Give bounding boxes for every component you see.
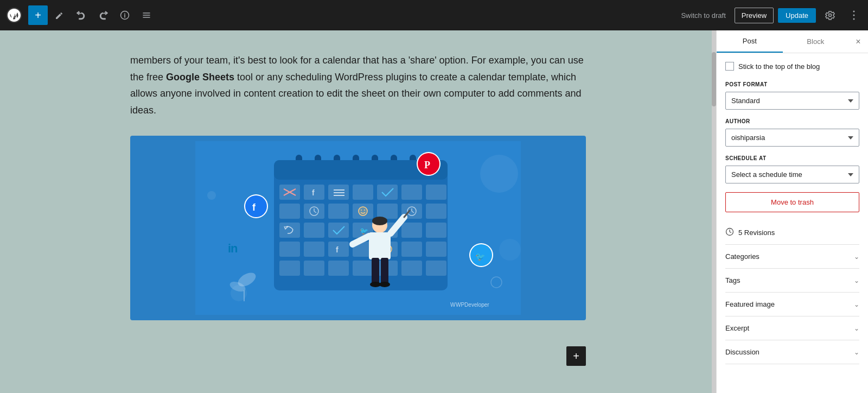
top-toolbar: + Switch to draft Preview Update — [0, 0, 868, 30]
author-select[interactable]: oishiparsia — [725, 129, 859, 147]
toolbar-right: Switch to draft Preview Update — [676, 5, 864, 25]
edit-mode-button[interactable] — [50, 5, 69, 25]
svg-rect-82 — [381, 258, 388, 285]
preview-button[interactable]: Preview — [735, 8, 774, 23]
svg-text:W: W — [450, 302, 456, 308]
svg-rect-68 — [279, 261, 300, 276]
svg-point-3 — [853, 15, 855, 16]
svg-point-10 — [491, 277, 502, 288]
svg-text:f: f — [336, 245, 339, 254]
excerpt-chevron-icon: ⌄ — [854, 325, 859, 332]
categories-chevron-icon: ⌄ — [854, 253, 859, 261]
stick-to-top-label: Stick to the top of the blog — [738, 62, 820, 71]
sidebar-close-button[interactable]: × — [848, 32, 868, 52]
svg-text:WPDeveloper: WPDeveloper — [456, 302, 489, 308]
svg-point-2 — [853, 11, 855, 12]
svg-rect-69 — [304, 261, 324, 276]
svg-rect-33 — [279, 204, 300, 219]
svg-rect-56 — [426, 223, 446, 238]
editor-scrollbar[interactable] — [712, 30, 716, 393]
undo-button[interactable] — [72, 5, 91, 25]
svg-point-7 — [499, 239, 521, 261]
categories-header[interactable]: Categories ⌄ — [725, 245, 859, 268]
svg-rect-50 — [304, 223, 324, 238]
svg-point-41 — [361, 210, 362, 211]
svg-rect-59 — [328, 242, 349, 257]
main-layout: members of your team, it's best to look … — [0, 30, 868, 393]
schedule-section: SCHEDULE AT Select a schedule time — [725, 155, 859, 192]
add-block-toolbar-button[interactable]: + — [28, 5, 48, 25]
svg-rect-58 — [304, 242, 324, 257]
svg-rect-71 — [353, 261, 373, 276]
post-paragraph: members of your team, it's best to look … — [130, 52, 586, 118]
sidebar-post-body: Stick to the top of the blog POST FORMAT… — [717, 53, 868, 393]
post-format-label: POST FORMAT — [725, 81, 859, 87]
info-button[interactable] — [115, 5, 135, 25]
svg-rect-48 — [426, 204, 446, 219]
featured-image-title: Featured image — [725, 300, 775, 308]
sidebar-tabs: Post Block × — [717, 30, 868, 53]
svg-point-6 — [480, 155, 518, 193]
svg-rect-57 — [279, 242, 300, 257]
tags-chevron-icon: ⌄ — [854, 277, 859, 284]
post-tab[interactable]: Post — [717, 30, 783, 53]
more-options-button[interactable] — [844, 5, 864, 25]
settings-button[interactable] — [820, 5, 840, 25]
svg-rect-43 — [377, 204, 398, 219]
editor-area[interactable]: members of your team, it's best to look … — [0, 30, 716, 393]
switch-to-draft-button[interactable]: Switch to draft — [676, 8, 730, 23]
discussion-header[interactable]: Discussion ⌄ — [725, 340, 859, 364]
post-format-select[interactable]: Standard Aside Image Video Quote Link — [725, 92, 859, 110]
svg-text:P: P — [424, 160, 430, 170]
discussion-section: Discussion ⌄ — [725, 340, 859, 364]
svg-rect-29 — [353, 185, 373, 200]
add-block-inline-button[interactable]: + — [566, 346, 586, 366]
discussion-chevron-icon: ⌄ — [854, 348, 859, 356]
categories-title: Categories — [725, 252, 760, 261]
revisions-count: 5 Revisions — [738, 229, 775, 237]
move-to-trash-button[interactable]: Move to trash — [725, 192, 859, 212]
stick-to-top-checkbox[interactable] — [725, 62, 734, 71]
revisions-icon — [725, 227, 734, 238]
svg-rect-77 — [369, 232, 391, 259]
schedule-at-label: SCHEDULE AT — [725, 155, 859, 161]
svg-rect-66 — [401, 242, 422, 257]
right-sidebar: Post Block × Stick to the top of the blo… — [716, 30, 868, 393]
excerpt-title: Excerpt — [725, 324, 749, 332]
tags-header[interactable]: Tags ⌄ — [725, 269, 859, 292]
redo-button[interactable] — [93, 5, 113, 25]
tags-title: Tags — [725, 276, 740, 284]
svg-point-40 — [359, 207, 367, 215]
tags-section: Tags ⌄ — [725, 269, 859, 293]
revisions-row[interactable]: 5 Revisions — [725, 221, 859, 245]
discussion-title: Discussion — [725, 348, 760, 356]
categories-section: Categories ⌄ — [725, 245, 859, 269]
svg-point-76 — [372, 217, 387, 225]
update-button[interactable]: Update — [778, 8, 816, 23]
svg-rect-38 — [328, 204, 349, 219]
svg-rect-74 — [426, 261, 446, 276]
stick-to-top-row: Stick to the top of the blog — [725, 62, 859, 71]
svg-point-4 — [853, 18, 855, 20]
scrollbar-thumb — [712, 52, 716, 106]
featured-image-chevron-icon: ⌄ — [854, 301, 859, 308]
post-format-section: POST FORMAT Standard Aside Image Video Q… — [725, 81, 859, 118]
svg-rect-73 — [401, 261, 422, 276]
svg-rect-81 — [372, 258, 379, 285]
schedule-at-select[interactable]: Select a schedule time — [725, 166, 859, 183]
featured-image-header[interactable]: Featured image ⌄ — [725, 293, 859, 316]
list-view-button[interactable] — [137, 5, 156, 25]
author-section: AUTHOR oishiparsia — [725, 118, 859, 155]
svg-rect-30 — [377, 185, 398, 200]
svg-point-42 — [364, 210, 365, 211]
svg-point-89 — [245, 195, 267, 217]
svg-rect-51 — [328, 223, 349, 238]
svg-point-84 — [379, 282, 390, 287]
svg-text:🐦: 🐦 — [475, 252, 486, 262]
svg-rect-55 — [401, 223, 422, 238]
excerpt-section: Excerpt ⌄ — [725, 316, 859, 340]
block-tab[interactable]: Block — [783, 31, 849, 52]
svg-text:f: f — [312, 188, 315, 197]
svg-text:in: in — [228, 242, 238, 255]
excerpt-header[interactable]: Excerpt ⌄ — [725, 316, 859, 340]
